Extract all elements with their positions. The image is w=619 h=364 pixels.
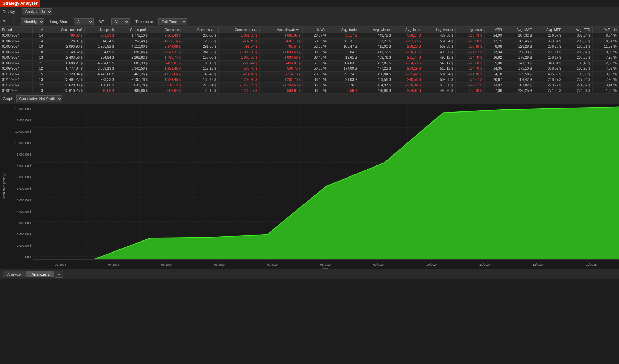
table-cell: -1 003,68 $ bbox=[259, 50, 303, 55]
table-cell: 12,80 % bbox=[592, 61, 619, 66]
table-cell: 01/12/2024 bbox=[0, 83, 33, 88]
timebase-select[interactable]: Exit Time Entry Time bbox=[158, 18, 187, 25]
table-cell: 58,33 % bbox=[303, 66, 329, 72]
timebase-label: Time base bbox=[135, 20, 153, 24]
table-cell: -268,73 $ bbox=[455, 33, 484, 39]
table-row: 01/07/2024132 403,56 $254,94 $2 268,82 $… bbox=[0, 55, 619, 61]
table-cell: 453,76 $ bbox=[359, 55, 393, 61]
table-cell: -358,14 $ bbox=[393, 33, 423, 39]
table-cell: 487,80 $ bbox=[423, 33, 456, 39]
table-cell: 248,27 $ bbox=[534, 77, 564, 83]
table-cell: 12,75 bbox=[484, 39, 504, 44]
table-cell: 5 465,26 $ bbox=[116, 72, 150, 77]
display-select[interactable]: Analysis ($) bbox=[22, 8, 52, 15]
table-cell: 518,90 $ bbox=[423, 83, 456, 88]
table-cell: 3 639,78 $ bbox=[116, 83, 150, 88]
table-cell: -1 838,14 $ bbox=[150, 39, 183, 44]
col-gross-loss: Gross loss bbox=[150, 27, 183, 33]
table-cell: 2 896,06 $ bbox=[116, 50, 150, 55]
table-cell: 8,54 % bbox=[592, 33, 619, 39]
table-cell: -1 003,56 $ bbox=[218, 55, 259, 61]
table-cell: -274,70 $ bbox=[455, 55, 484, 61]
table-cell: -251,74 $ bbox=[393, 55, 423, 61]
table-cell: -2 841,37 $ bbox=[150, 50, 183, 55]
tab-analyzer[interactable]: Analyzer bbox=[3, 271, 27, 277]
table-cell: 7,08 bbox=[484, 88, 504, 94]
table-cell: 343,51 $ bbox=[534, 61, 564, 66]
y-tick: 5 000,00 $ bbox=[8, 199, 31, 202]
chart-area: Cumulative profit ($) 13 000,00 $12 000,… bbox=[0, 104, 619, 269]
table-cell: 174,09 $ bbox=[329, 66, 359, 72]
table-cell: 139,58 $ bbox=[504, 72, 534, 77]
table-cell: -274,67 $ bbox=[455, 77, 484, 83]
y-tick: 3 000,00 $ bbox=[8, 221, 31, 225]
table-cell: 23,18 $ bbox=[183, 88, 218, 94]
table-cell: 254,94 $ bbox=[85, 55, 116, 61]
table-cell: 274,81 $ bbox=[564, 88, 592, 94]
table-cell: 21,03 $ bbox=[329, 77, 359, 83]
x-tick-8: 10/2024 bbox=[426, 263, 438, 266]
table-cell: 01/11/2024 bbox=[0, 77, 33, 83]
x-axis-title: Month bbox=[321, 267, 330, 269]
table-cell: 581,34 $ bbox=[423, 72, 456, 77]
table-cell: -274,70 $ bbox=[218, 72, 259, 77]
table-cell: 13 bbox=[33, 77, 45, 83]
table-cell: 117,12 $ bbox=[183, 66, 218, 72]
table-cell: 5,00 bbox=[484, 61, 504, 66]
table-cell: 9,15 % bbox=[592, 72, 619, 77]
table-cell: -791,54 $ bbox=[259, 44, 303, 50]
table-cell: 18 bbox=[33, 50, 45, 55]
wl-label: W/L bbox=[99, 20, 106, 24]
graph-type-select[interactable]: Cumulative Net Profit Net Profit Drawdow… bbox=[16, 95, 62, 102]
table-row: 01/09/2024128 777,34 $2 089,13 $3 340,58… bbox=[0, 66, 619, 72]
table-cell: -274,70 $ bbox=[259, 72, 303, 77]
table-cell: 183,93 $ bbox=[564, 66, 592, 72]
longshort-select[interactable]: All Long Short bbox=[74, 18, 94, 25]
table-cell: 54,69 $ bbox=[85, 50, 116, 55]
data-table-container: Period # Cum. net profi Net profit Gross… bbox=[0, 27, 619, 94]
bottom-tabs: Analyzer Analyzer 2 + bbox=[0, 269, 619, 279]
table-cell: 509,08 $ bbox=[423, 44, 456, 50]
table-cell: 495,12 $ bbox=[423, 55, 456, 61]
tab-analyzer2[interactable]: Analyzer 2 bbox=[27, 271, 54, 277]
table-cell: 515,12 $ bbox=[423, 66, 456, 72]
table-cell: 01/05/2024 bbox=[0, 44, 33, 50]
table-cell: 3 340,58 $ bbox=[116, 66, 150, 72]
table-cell: 2 089,13 $ bbox=[85, 66, 116, 72]
table-cell: -786,33 $ bbox=[85, 33, 116, 39]
table-cell: -3 513,12 $ bbox=[150, 83, 183, 88]
table-cell: 21 bbox=[33, 61, 45, 66]
table-cell: 128,01 $ bbox=[45, 39, 85, 44]
table-cell: 19,61 $ bbox=[329, 55, 359, 61]
table-cell: 411,00 $ bbox=[359, 44, 393, 50]
period-select[interactable]: Monthly Weekly Daily Yearly bbox=[21, 18, 44, 25]
table-cell: -254,82 $ bbox=[393, 88, 423, 94]
app-title: Strategy Analyzer bbox=[0, 0, 40, 7]
table-cell: -259,29 $ bbox=[393, 66, 423, 72]
table-row: 01/12/20242213 620,93 $126,66 $3 639,78 … bbox=[0, 83, 619, 88]
table-cell: 1,83 % bbox=[592, 88, 619, 94]
table-cell: -1 269,69 $ bbox=[259, 83, 303, 88]
tab-add-button[interactable]: + bbox=[55, 271, 63, 278]
x-tick-3: 05/2024 bbox=[161, 263, 173, 266]
table-cell: 358,02 $ bbox=[534, 66, 564, 72]
table-row: 01/06/2024182 148,62 $54,69 $2 896,06 $-… bbox=[0, 50, 619, 55]
table-cell: 3,04 $ bbox=[329, 50, 359, 55]
col-mtr: MTR bbox=[484, 27, 504, 33]
table-header-row: Period # Cum. net profi Net profit Gross… bbox=[0, 27, 619, 33]
table-cell: -791,54 $ bbox=[218, 44, 259, 50]
col-pct-trade: % Trade bbox=[592, 27, 619, 33]
wl-select[interactable]: All Win Loss bbox=[111, 18, 130, 25]
table-cell: 298,53 $ bbox=[564, 39, 592, 44]
table-cell: 01/01/2025 bbox=[0, 88, 33, 94]
display-label: Display bbox=[3, 10, 15, 14]
x-tick-2: 04/2024 bbox=[108, 263, 120, 266]
table-cell: 01/06/2024 bbox=[0, 50, 33, 55]
col-avg-trade: Avg. trade bbox=[329, 27, 359, 33]
table-cell: 73,33 % bbox=[303, 72, 329, 77]
table-cell: 509,08 $ bbox=[423, 77, 456, 83]
table-cell: 01/09/2024 bbox=[0, 66, 33, 72]
table-cell: -1 021,66 $ bbox=[150, 72, 183, 77]
table-cell: 175,10 $ bbox=[504, 66, 534, 72]
y-tick: 13 000,00 $ bbox=[8, 107, 31, 111]
